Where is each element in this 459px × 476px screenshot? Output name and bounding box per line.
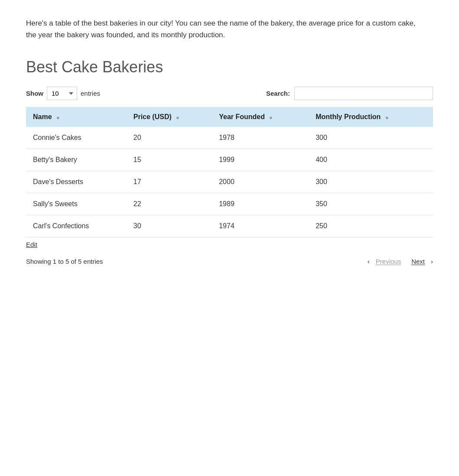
cell-name: Betty's Bakery: [26, 149, 127, 171]
cell-monthly_production: 300: [309, 127, 433, 149]
cell-monthly_production: 300: [309, 171, 433, 193]
sort-icon-price: ⬦: [176, 114, 179, 120]
cell-year_founded: 1978: [212, 127, 309, 149]
table-body: Connie's Cakes201978300Betty's Bakery151…: [26, 127, 433, 237]
cell-year_founded: 1989: [212, 193, 309, 215]
show-entries-control: Show 10 25 50 100 entries: [26, 87, 100, 100]
previous-button[interactable]: Previous: [371, 255, 405, 268]
table-row: Carl's Confections301974250: [26, 215, 433, 237]
cell-year_founded: 2000: [212, 171, 309, 193]
table-controls: Show 10 25 50 100 entries Search:: [26, 87, 433, 100]
header-row: Name ⬦ Price (USD) ⬦ Year Founded ⬦ Mont…: [26, 107, 433, 127]
next-arrow: ›: [431, 258, 433, 265]
search-input[interactable]: [294, 87, 433, 100]
next-button[interactable]: Next: [407, 255, 429, 268]
cell-monthly_production: 250: [309, 215, 433, 237]
table-row: Betty's Bakery151999400: [26, 149, 433, 171]
table-row: Dave's Desserts172000300: [26, 171, 433, 193]
table-title: Best Cake Bakeries: [26, 58, 433, 76]
sort-icon-production: ⬦: [385, 114, 388, 120]
cell-price: 20: [127, 127, 212, 149]
cell-monthly_production: 400: [309, 149, 433, 171]
table-footer: Showing 1 to 5 of 5 entries ‹ Previous N…: [26, 255, 433, 268]
table-header: Name ⬦ Price (USD) ⬦ Year Founded ⬦ Mont…: [26, 107, 433, 127]
cell-name: Dave's Desserts: [26, 171, 127, 193]
cell-price: 15: [127, 149, 212, 171]
table-footer-left: Edit Showing 1 to 5 of 5 entries ‹ Previ…: [26, 237, 433, 268]
sort-icon-year: ⬦: [269, 114, 272, 120]
col-header-price[interactable]: Price (USD) ⬦: [127, 107, 212, 127]
table-row: Sally's Sweets221989350: [26, 193, 433, 215]
cell-year_founded: 1999: [212, 149, 309, 171]
sort-icon-name: ⬦: [56, 114, 59, 120]
cell-price: 17: [127, 171, 212, 193]
showing-info: Showing 1 to 5 of 5 entries: [26, 258, 103, 265]
cell-price: 22: [127, 193, 212, 215]
search-label: Search:: [266, 90, 290, 97]
intro-text: Here's a table of the best bakeries in o…: [26, 17, 425, 41]
bakeries-table: Name ⬦ Price (USD) ⬦ Year Founded ⬦ Mont…: [26, 107, 433, 237]
entries-per-page-select[interactable]: 10 25 50 100: [47, 87, 77, 100]
edit-link[interactable]: Edit: [26, 241, 433, 248]
cell-price: 30: [127, 215, 212, 237]
pagination-controls: ‹ Previous Next ›: [368, 255, 433, 268]
cell-year_founded: 1974: [212, 215, 309, 237]
cell-name: Sally's Sweets: [26, 193, 127, 215]
entries-label: entries: [81, 90, 100, 97]
table-row: Connie's Cakes201978300: [26, 127, 433, 149]
col-header-year-founded[interactable]: Year Founded ⬦: [212, 107, 309, 127]
search-control: Search:: [266, 87, 433, 100]
cell-name: Connie's Cakes: [26, 127, 127, 149]
show-label: Show: [26, 90, 43, 97]
col-header-monthly-production[interactable]: Monthly Production ⬦: [309, 107, 433, 127]
cell-monthly_production: 350: [309, 193, 433, 215]
cell-name: Carl's Confections: [26, 215, 127, 237]
col-header-name[interactable]: Name ⬦: [26, 107, 127, 127]
prev-arrow: ‹: [368, 258, 370, 265]
